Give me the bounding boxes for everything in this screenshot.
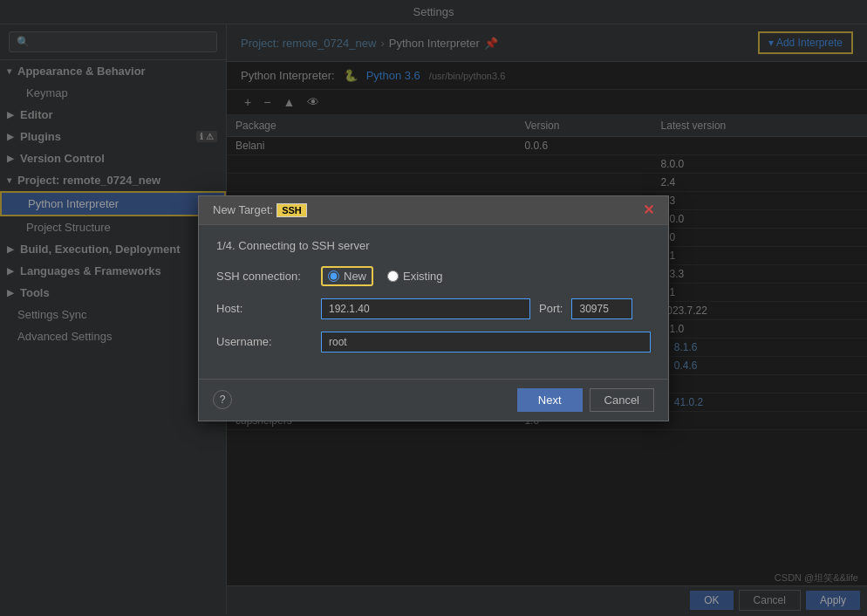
modal-overlay: New Target: SSH ✕ 1/4. Connecting to SSH… <box>0 0 867 616</box>
port-label: Port: <box>539 302 563 315</box>
modal-header: New Target: SSH ✕ <box>199 196 668 225</box>
host-input[interactable] <box>321 298 530 319</box>
modal-title-text: New Target: <box>213 203 273 216</box>
host-label: Host: <box>216 302 312 315</box>
connection-label: SSH connection: <box>216 270 312 283</box>
host-row: Host: Port: <box>216 298 651 319</box>
username-row: Username: <box>216 332 651 352</box>
footer-buttons: Next Cancel <box>517 388 654 412</box>
modal-footer: ? Next Cancel <box>199 379 668 421</box>
new-target-modal: New Target: SSH ✕ 1/4. Connecting to SSH… <box>198 195 669 421</box>
existing-radio-option[interactable]: Existing <box>387 270 443 283</box>
new-radio[interactable] <box>328 270 339 282</box>
existing-radio[interactable] <box>387 270 399 282</box>
new-radio-option[interactable]: New <box>321 266 373 286</box>
help-button[interactable]: ? <box>213 390 232 409</box>
next-button[interactable]: Next <box>517 388 583 412</box>
step-label: 1/4. Connecting to SSH server <box>216 239 651 252</box>
new-radio-label: New <box>344 270 366 283</box>
radio-group: New Existing <box>321 266 443 286</box>
ssh-badge: SSH <box>276 203 307 217</box>
ssh-connection-row: SSH connection: New Existing <box>216 266 651 286</box>
modal-title: New Target: SSH <box>213 203 307 217</box>
port-input[interactable] <box>571 298 632 319</box>
existing-radio-label: Existing <box>403 270 443 283</box>
modal-cancel-button[interactable]: Cancel <box>590 388 654 412</box>
modal-close-button[interactable]: ✕ <box>643 203 654 217</box>
modal-body: 1/4. Connecting to SSH server SSH connec… <box>199 225 668 379</box>
username-input[interactable] <box>321 332 651 352</box>
username-label: Username: <box>216 335 312 348</box>
